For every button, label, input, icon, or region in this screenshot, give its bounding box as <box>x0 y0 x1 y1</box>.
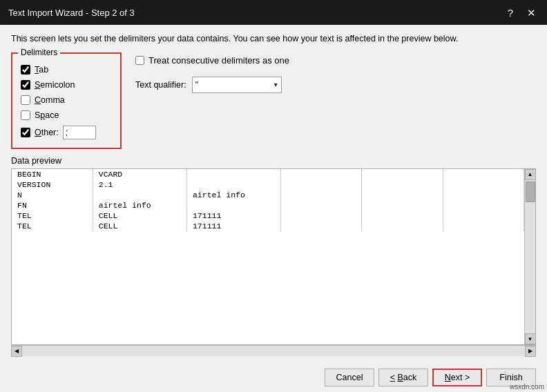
semicolon-checkbox[interactable] <box>21 80 30 90</box>
table-cell: 171111 <box>186 221 280 231</box>
scroll-down-arrow[interactable]: ▼ <box>525 333 536 344</box>
table-row: Nairtel info <box>12 190 524 200</box>
table-cell <box>281 190 362 200</box>
other-row: Other: <box>21 126 112 139</box>
next-button[interactable]: Next > <box>432 369 482 386</box>
consecutive-row: Treat consecutive delimiters as one <box>135 55 289 66</box>
table-cell: 171111 <box>186 210 280 221</box>
description-text: This screen lets you set the delimiters … <box>11 33 536 46</box>
titlebar: Text Import Wizard - Step 2 of 3 ? ✕ <box>0 0 547 25</box>
table-row: TELCELL171111 <box>12 221 524 231</box>
dialog-content: This screen lets you set the delimiters … <box>0 25 547 363</box>
table-cell: BEGIN <box>12 169 93 179</box>
qualifier-select[interactable]: " ' {none} <box>192 77 282 93</box>
comma-row: Comma <box>21 95 112 105</box>
main-area: Delimiters Tab Semicolon Comma Space <box>11 52 536 149</box>
qualifier-select-wrapper: " ' {none} <box>192 77 282 93</box>
table-cell <box>186 200 280 210</box>
table-cell: airtel info <box>93 200 186 210</box>
table-cell: 2.1 <box>93 179 186 190</box>
table-cell <box>443 190 524 200</box>
semicolon-row: Semicolon <box>21 80 112 90</box>
tab-label[interactable]: Tab <box>35 65 48 75</box>
table-cell <box>443 200 524 210</box>
table-cell <box>362 200 443 210</box>
horizontal-scrollbar[interactable]: ◀ ▶ <box>11 345 536 356</box>
space-checkbox[interactable] <box>21 110 30 120</box>
data-preview-label: Data preview <box>11 156 536 166</box>
qualifier-row: Text qualifier: " ' {none} <box>135 77 289 93</box>
table-row: FNairtel info <box>12 200 524 210</box>
table-cell: VERSION <box>12 179 93 190</box>
table-cell <box>362 179 443 190</box>
table-cell <box>281 200 362 210</box>
vertical-scrollbar[interactable]: ▲ ▼ <box>524 169 535 345</box>
comma-checkbox[interactable] <box>21 95 30 105</box>
table-cell <box>186 169 280 179</box>
data-table: BEGINVCARDVERSION2.1Nairtel infoFNairtel… <box>12 169 524 231</box>
close-button[interactable]: ✕ <box>524 6 539 19</box>
table-row: VERSION2.1 <box>12 179 524 190</box>
table-cell <box>362 190 443 200</box>
titlebar-controls: ? ✕ <box>505 6 539 19</box>
table-cell <box>281 210 362 221</box>
other-input[interactable] <box>63 126 96 139</box>
table-cell <box>443 221 524 231</box>
table-cell <box>186 179 280 190</box>
dialog-title: Text Import Wizard - Step 2 of 3 <box>8 8 135 18</box>
help-button[interactable]: ? <box>505 6 516 19</box>
table-cell: CELL <box>93 210 186 221</box>
table-cell: TEL <box>12 221 93 231</box>
watermark: wsxdn.com <box>510 383 544 391</box>
back-button[interactable]: < Back <box>378 369 428 386</box>
consecutive-checkbox[interactable] <box>135 56 144 65</box>
other-label[interactable]: Other: <box>35 128 59 137</box>
table-cell <box>443 169 524 179</box>
space-label[interactable]: Space <box>35 110 59 120</box>
table-row: BEGINVCARD <box>12 169 524 179</box>
table-cell <box>362 169 443 179</box>
delimiters-legend: Delimiters <box>18 48 60 57</box>
space-row: Space <box>21 110 112 120</box>
table-cell <box>281 221 362 231</box>
scroll-up-arrow[interactable]: ▲ <box>525 169 536 180</box>
table-cell <box>93 190 186 200</box>
right-options: Treat consecutive delimiters as one Text… <box>135 52 289 149</box>
table-cell <box>443 210 524 221</box>
table-cell: CELL <box>93 221 186 231</box>
dialog-window: Text Import Wizard - Step 2 of 3 ? ✕ Thi… <box>0 0 547 392</box>
table-cell <box>362 210 443 221</box>
table-cell: airtel info <box>186 190 280 200</box>
other-checkbox[interactable] <box>21 128 30 137</box>
scroll-thumb-v[interactable] <box>526 182 535 202</box>
data-preview-container: BEGINVCARDVERSION2.1Nairtel infoFNairtel… <box>11 168 536 346</box>
tab-row: Tab <box>21 65 112 75</box>
table-cell: FN <box>12 200 93 210</box>
data-preview-section: Data preview BEGINVCARDVERSION2.1Nairtel… <box>11 156 536 357</box>
consecutive-label[interactable]: Treat consecutive delimiters as one <box>148 55 289 66</box>
scroll-right-arrow[interactable]: ▶ <box>525 346 536 357</box>
table-cell: N <box>12 190 93 200</box>
data-table-wrapper[interactable]: BEGINVCARDVERSION2.1Nairtel infoFNairtel… <box>12 169 524 345</box>
cancel-button[interactable]: Cancel <box>325 369 374 386</box>
scroll-track-h <box>22 346 525 356</box>
comma-label[interactable]: Comma <box>35 95 65 105</box>
table-cell: TEL <box>12 210 93 221</box>
bottom-bar: Cancel < Back Next > Finish <box>0 363 547 392</box>
table-cell: VCARD <box>93 169 186 179</box>
table-cell <box>362 221 443 231</box>
tab-checkbox[interactable] <box>21 65 30 75</box>
qualifier-label: Text qualifier: <box>135 80 186 90</box>
table-row: TELCELL171111 <box>12 210 524 221</box>
semicolon-label[interactable]: Semicolon <box>35 80 75 90</box>
table-cell <box>443 179 524 190</box>
delimiters-group: Delimiters Tab Semicolon Comma Space <box>11 52 122 149</box>
table-cell <box>281 169 362 179</box>
table-cell <box>281 179 362 190</box>
scroll-left-arrow[interactable]: ◀ <box>11 346 22 357</box>
